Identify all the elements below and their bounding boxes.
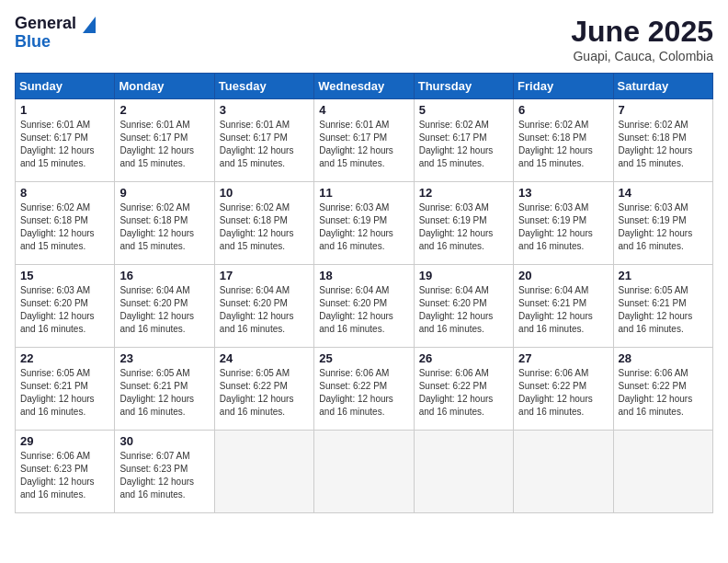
day-number: 24 [220, 351, 309, 365]
calendar-cell: 2Sunrise: 6:01 AM Sunset: 6:17 PM Daylig… [115, 99, 214, 182]
day-number: 14 [619, 186, 708, 200]
day-info: Sunrise: 6:02 AM Sunset: 6:17 PM Dayligh… [419, 119, 508, 170]
day-number: 3 [220, 103, 309, 117]
day-number: 17 [220, 269, 309, 282]
calendar-cell: 12Sunrise: 6:03 AM Sunset: 6:19 PM Dayli… [414, 182, 513, 265]
calendar-cell: 5Sunrise: 6:02 AM Sunset: 6:17 PM Daylig… [414, 99, 513, 182]
calendar-cell [314, 431, 414, 513]
calendar-cell [613, 431, 712, 513]
day-info: Sunrise: 6:02 AM Sunset: 6:18 PM Dayligh… [220, 201, 309, 253]
calendar-cell: 29Sunrise: 6:06 AM Sunset: 6:23 PM Dayli… [16, 431, 115, 513]
calendar-cell: 20Sunrise: 6:04 AM Sunset: 6:21 PM Dayli… [514, 265, 613, 348]
day-number: 13 [518, 186, 608, 200]
day-info: Sunrise: 6:03 AM Sunset: 6:19 PM Dayligh… [518, 201, 608, 253]
day-info: Sunrise: 6:04 AM Sunset: 6:20 PM Dayligh… [419, 284, 508, 336]
logo-general: General [15, 14, 76, 32]
day-info: Sunrise: 6:04 AM Sunset: 6:21 PM Dayligh… [518, 284, 608, 336]
day-number: 21 [619, 269, 708, 282]
day-number: 20 [518, 269, 608, 282]
weekday-header-monday: Monday [115, 74, 214, 99]
calendar-cell [214, 431, 313, 513]
day-info: Sunrise: 6:05 AM Sunset: 6:21 PM Dayligh… [20, 367, 109, 419]
day-number: 5 [419, 103, 508, 117]
day-info: Sunrise: 6:05 AM Sunset: 6:22 PM Dayligh… [220, 367, 309, 419]
calendar-cell: 8Sunrise: 6:02 AM Sunset: 6:18 PM Daylig… [16, 182, 115, 265]
weekday-header-row: SundayMondayTuesdayWednesdayThursdayFrid… [16, 74, 713, 99]
week-row-5: 29Sunrise: 6:06 AM Sunset: 6:23 PM Dayli… [16, 431, 713, 513]
week-row-1: 1Sunrise: 6:01 AM Sunset: 6:17 PM Daylig… [16, 99, 713, 182]
day-info: Sunrise: 6:01 AM Sunset: 6:17 PM Dayligh… [319, 119, 408, 170]
title-area: June 2025 Guapi, Cauca, Colombia [571, 15, 713, 63]
day-number: 2 [119, 103, 209, 117]
day-info: Sunrise: 6:06 AM Sunset: 6:22 PM Dayligh… [419, 367, 508, 419]
day-info: Sunrise: 6:06 AM Sunset: 6:22 PM Dayligh… [619, 367, 708, 419]
day-number: 15 [20, 269, 109, 282]
calendar-cell: 14Sunrise: 6:03 AM Sunset: 6:19 PM Dayli… [613, 182, 712, 265]
day-number: 19 [419, 269, 508, 282]
day-number: 4 [319, 103, 408, 117]
day-info: Sunrise: 6:03 AM Sunset: 6:20 PM Dayligh… [20, 284, 109, 336]
day-number: 23 [119, 351, 209, 365]
day-info: Sunrise: 6:02 AM Sunset: 6:18 PM Dayligh… [619, 119, 708, 170]
day-number: 7 [619, 103, 708, 117]
calendar-cell: 28Sunrise: 6:06 AM Sunset: 6:22 PM Dayli… [613, 348, 712, 431]
day-info: Sunrise: 6:03 AM Sunset: 6:19 PM Dayligh… [319, 201, 408, 253]
day-number: 1 [20, 103, 109, 117]
header: General Blue June 2025 Guapi, Cauca, Col… [15, 15, 713, 63]
calendar-cell: 26Sunrise: 6:06 AM Sunset: 6:22 PM Dayli… [414, 348, 513, 431]
day-number: 6 [518, 103, 608, 117]
day-number: 8 [20, 186, 109, 200]
day-info: Sunrise: 6:06 AM Sunset: 6:22 PM Dayligh… [319, 367, 408, 419]
calendar-cell: 21Sunrise: 6:05 AM Sunset: 6:21 PM Dayli… [613, 265, 712, 348]
calendar-cell: 24Sunrise: 6:05 AM Sunset: 6:22 PM Dayli… [214, 348, 313, 431]
calendar-cell: 4Sunrise: 6:01 AM Sunset: 6:17 PM Daylig… [314, 99, 414, 182]
calendar-cell: 30Sunrise: 6:07 AM Sunset: 6:23 PM Dayli… [115, 431, 214, 513]
calendar: SundayMondayTuesdayWednesdayThursdayFrid… [15, 73, 713, 513]
calendar-cell: 23Sunrise: 6:05 AM Sunset: 6:21 PM Dayli… [115, 348, 214, 431]
calendar-cell: 13Sunrise: 6:03 AM Sunset: 6:19 PM Dayli… [514, 182, 613, 265]
week-row-3: 15Sunrise: 6:03 AM Sunset: 6:20 PM Dayli… [16, 265, 713, 348]
calendar-cell [514, 431, 613, 513]
calendar-cell: 1Sunrise: 6:01 AM Sunset: 6:17 PM Daylig… [16, 99, 115, 182]
day-info: Sunrise: 6:02 AM Sunset: 6:18 PM Dayligh… [119, 201, 209, 253]
day-info: Sunrise: 6:04 AM Sunset: 6:20 PM Dayligh… [220, 284, 309, 336]
day-info: Sunrise: 6:02 AM Sunset: 6:18 PM Dayligh… [518, 119, 608, 170]
calendar-cell: 16Sunrise: 6:04 AM Sunset: 6:20 PM Dayli… [115, 265, 214, 348]
day-info: Sunrise: 6:03 AM Sunset: 6:19 PM Dayligh… [419, 201, 508, 253]
calendar-cell: 15Sunrise: 6:03 AM Sunset: 6:20 PM Dayli… [16, 265, 115, 348]
day-info: Sunrise: 6:01 AM Sunset: 6:17 PM Dayligh… [119, 119, 209, 170]
weekday-header-sunday: Sunday [16, 74, 115, 99]
weekday-header-thursday: Thursday [414, 74, 513, 99]
day-info: Sunrise: 6:04 AM Sunset: 6:20 PM Dayligh… [319, 284, 408, 336]
day-number: 26 [419, 351, 508, 365]
day-number: 18 [319, 269, 408, 282]
calendar-cell: 7Sunrise: 6:02 AM Sunset: 6:18 PM Daylig… [613, 99, 712, 182]
logo-arrow-icon [83, 17, 96, 33]
month-title: June 2025 [571, 15, 713, 49]
calendar-cell: 22Sunrise: 6:05 AM Sunset: 6:21 PM Dayli… [16, 348, 115, 431]
weekday-header-wednesday: Wednesday [314, 74, 414, 99]
weekday-header-saturday: Saturday [613, 74, 712, 99]
day-info: Sunrise: 6:03 AM Sunset: 6:19 PM Dayligh… [619, 201, 708, 253]
weekday-header-friday: Friday [514, 74, 613, 99]
calendar-cell: 10Sunrise: 6:02 AM Sunset: 6:18 PM Dayli… [214, 182, 313, 265]
calendar-cell: 17Sunrise: 6:04 AM Sunset: 6:20 PM Dayli… [214, 265, 313, 348]
day-number: 12 [419, 186, 508, 200]
logo: General Blue [15, 15, 96, 50]
calendar-cell: 18Sunrise: 6:04 AM Sunset: 6:20 PM Dayli… [314, 265, 414, 348]
day-info: Sunrise: 6:06 AM Sunset: 6:22 PM Dayligh… [518, 367, 608, 419]
calendar-cell [414, 431, 513, 513]
location-title: Guapi, Cauca, Colombia [571, 49, 713, 63]
day-number: 11 [319, 186, 408, 200]
calendar-cell: 27Sunrise: 6:06 AM Sunset: 6:22 PM Dayli… [514, 348, 613, 431]
week-row-2: 8Sunrise: 6:02 AM Sunset: 6:18 PM Daylig… [16, 182, 713, 265]
logo-blue: Blue [15, 32, 51, 51]
day-number: 10 [220, 186, 309, 200]
day-number: 28 [619, 351, 708, 365]
day-number: 29 [20, 434, 109, 448]
day-info: Sunrise: 6:06 AM Sunset: 6:23 PM Dayligh… [20, 450, 109, 501]
week-row-4: 22Sunrise: 6:05 AM Sunset: 6:21 PM Dayli… [16, 348, 713, 431]
calendar-cell: 3Sunrise: 6:01 AM Sunset: 6:17 PM Daylig… [214, 99, 313, 182]
day-info: Sunrise: 6:05 AM Sunset: 6:21 PM Dayligh… [119, 367, 209, 419]
day-number: 16 [119, 269, 209, 282]
